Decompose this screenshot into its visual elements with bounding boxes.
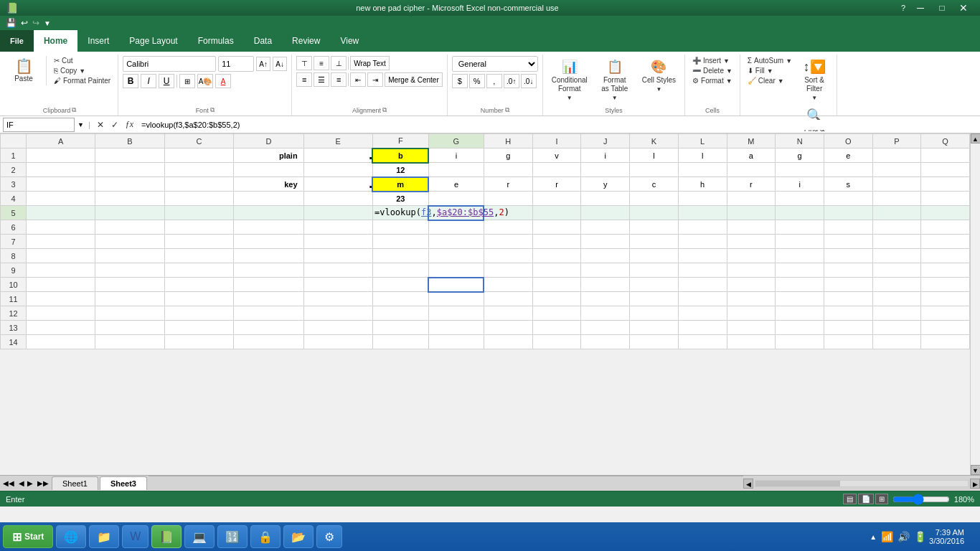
cell-a1[interactable] [27, 149, 95, 163]
cell-g1[interactable]: i [428, 149, 484, 163]
tab-insert[interactable]: Insert [77, 30, 119, 52]
row-num-10[interactable]: 10 [1, 278, 27, 292]
cell-k1[interactable]: l [630, 149, 679, 163]
cell-o2[interactable] [824, 163, 873, 177]
tab-home[interactable]: Home [34, 30, 77, 52]
font-expand-icon[interactable]: ⧉ [210, 106, 215, 114]
cell-l2[interactable] [678, 163, 727, 177]
cell-f2[interactable]: 12 [372, 163, 428, 177]
row-num-7[interactable]: 7 [1, 235, 27, 249]
col-header-l[interactable]: L [678, 134, 727, 149]
cell-m5[interactable] [727, 206, 776, 220]
comma-btn[interactable]: , [486, 74, 502, 88]
cell-e1[interactable]: ⟶ [303, 149, 372, 163]
cell-g4[interactable] [428, 192, 484, 206]
taskbar-folder[interactable]: 📁 [89, 525, 119, 548]
page-layout-view-btn[interactable]: 📄 [858, 494, 874, 504]
cell-a2[interactable] [27, 163, 95, 177]
align-left-btn[interactable]: ≡ [296, 72, 312, 87]
cell-p4[interactable] [872, 192, 921, 206]
cell-e2[interactable] [303, 163, 372, 177]
cell-j2[interactable] [581, 163, 630, 177]
align-middle-btn[interactable]: ≡ [314, 56, 329, 70]
row-num-1[interactable]: 1 [1, 149, 27, 163]
cell-l3[interactable]: h [678, 177, 727, 192]
h-scroll-right-btn[interactable]: ▶ [970, 479, 980, 489]
taskbar-windows-explorer[interactable]: 💻 [184, 525, 215, 548]
cell-i4[interactable] [532, 192, 581, 206]
scroll-right-end-btn[interactable]: ▶▶ [34, 479, 52, 487]
fill-color-btn[interactable]: A🎨 [197, 74, 213, 88]
cell-k4[interactable] [630, 192, 679, 206]
cell-p5[interactable] [872, 206, 921, 220]
taskbar-file-explorer[interactable]: 📂 [283, 525, 314, 548]
italic-button[interactable]: I [141, 74, 156, 88]
cell-q5[interactable] [921, 206, 970, 220]
cell-e4[interactable] [303, 192, 372, 206]
tab-formulas[interactable]: Formulas [188, 30, 244, 52]
show-desktop-icon[interactable]: ▲ [870, 533, 877, 541]
cell-c5[interactable] [164, 206, 233, 220]
cell-b4[interactable] [95, 192, 164, 206]
row-num-4[interactable]: 4 [1, 192, 27, 206]
cell-m3[interactable]: r [727, 177, 776, 192]
formula-input[interactable] [138, 120, 977, 130]
taskbar-excel-active[interactable]: 📗 [151, 525, 182, 548]
tab-file[interactable]: File [0, 30, 34, 52]
font-size-input[interactable] [218, 56, 254, 72]
cell-i1[interactable]: v [532, 149, 581, 163]
insert-cell-button[interactable]: ➕ Insert ▼ [689, 56, 735, 65]
cell-c3[interactable] [164, 177, 233, 192]
cell-d1[interactable]: plain [234, 149, 304, 163]
cell-l1[interactable]: l [678, 149, 727, 163]
col-header-f[interactable]: F [372, 134, 428, 149]
cell-l4[interactable] [678, 192, 727, 206]
cell-b2[interactable] [95, 163, 164, 177]
cell-m2[interactable] [727, 163, 776, 177]
number-format-select[interactable]: General [452, 56, 538, 72]
col-header-e[interactable]: E [303, 134, 372, 149]
cell-e5[interactable] [303, 206, 372, 220]
sort-filter-button[interactable]: ↕🔽 Sort &Filter ▼ [796, 56, 832, 104]
col-header-o[interactable]: O [824, 134, 873, 149]
help-btn[interactable]: ? [897, 2, 910, 14]
row-num-8[interactable]: 8 [1, 249, 27, 263]
col-header-d[interactable]: D [234, 134, 304, 149]
cell-d5[interactable] [234, 206, 304, 220]
close-btn[interactable]: ✕ [953, 2, 974, 14]
alignment-expand-icon[interactable]: ⧉ [382, 106, 387, 114]
cell-d2[interactable] [234, 163, 304, 177]
row-num-11[interactable]: 11 [1, 292, 27, 306]
scroll-down-btn[interactable]: ▼ [971, 465, 981, 475]
confirm-formula-btn[interactable]: ✓ [109, 120, 121, 130]
cell-j5[interactable] [581, 206, 630, 220]
sheet-tab-sheet3[interactable]: Sheet3 [100, 476, 147, 490]
wrap-text-btn[interactable]: Wrap Text [350, 56, 390, 70]
conditional-formatting-button[interactable]: 📊 ConditionalFormat ▼ [547, 56, 592, 104]
cell-h3[interactable]: r [484, 177, 532, 192]
format-painter-button[interactable]: 🖌 Format Painter [51, 76, 113, 85]
cell-h2[interactable] [484, 163, 532, 177]
cell-e3[interactable]: ⟶ [303, 177, 372, 192]
name-box-input[interactable] [3, 118, 75, 132]
cell-q4[interactable] [921, 192, 970, 206]
merge-center-btn[interactable]: Merge & Center [385, 72, 443, 87]
align-right-btn[interactable]: ≡ [331, 72, 347, 87]
tab-review[interactable]: Review [282, 30, 330, 52]
cell-l5[interactable] [678, 206, 727, 220]
cell-c4[interactable] [164, 192, 233, 206]
cell-p3[interactable] [872, 177, 921, 192]
clear-button[interactable]: 🧹 Clear ▼ [745, 76, 795, 85]
col-header-c[interactable]: C [164, 134, 233, 149]
cell-f4[interactable]: 23 [372, 192, 428, 206]
clipboard-expand-icon[interactable]: ⧉ [72, 106, 76, 114]
cell-n4[interactable] [776, 192, 824, 206]
row-num-13[interactable]: 13 [1, 321, 27, 335]
scroll-prev-btn[interactable]: ◀ [17, 479, 26, 487]
cell-n3[interactable]: i [776, 177, 824, 192]
redo-quick-btn[interactable]: ↪ [32, 18, 39, 28]
h-scrollbar-track[interactable] [755, 480, 969, 487]
cell-j3[interactable]: y [581, 177, 630, 192]
fill-button[interactable]: ⬇ Fill ▼ [745, 66, 795, 75]
tab-view[interactable]: View [330, 30, 369, 52]
